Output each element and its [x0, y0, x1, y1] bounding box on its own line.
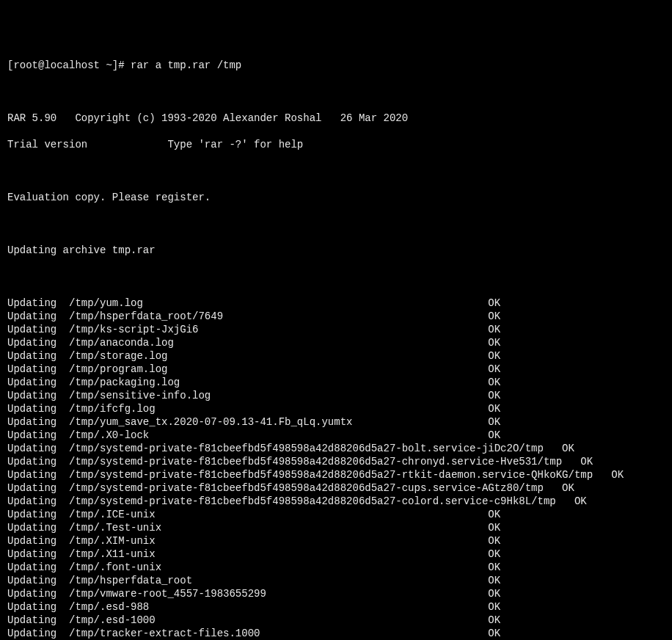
file-update-line: Updating /tmp/systemd-private-f81cbeefbd…	[7, 481, 665, 495]
prompt-line-1: [root@localhost ~]# rar a tmp.rar /tmp	[7, 59, 665, 72]
file-update-line: Updating /tmp/.font-unix OK	[7, 561, 665, 574]
file-update-line: Updating /tmp/storage.log OK	[7, 349, 665, 363]
blank-line	[7, 270, 665, 283]
file-update-line: Updating /tmp/.ICE-unix OK	[7, 508, 665, 521]
file-update-list: Updating /tmp/yum.log OK Updating /tmp/h…	[7, 297, 665, 640]
file-update-line: Updating /tmp/systemd-private-f81cbeefbd…	[7, 442, 665, 455]
file-update-line: Updating /tmp/.X11-unix OK	[7, 548, 665, 561]
blank-line	[7, 217, 665, 230]
file-update-line: Updating /tmp/yum.log OK	[7, 297, 665, 310]
file-update-line: Updating /tmp/sensitive-info.log OK	[7, 389, 665, 402]
blank-line	[7, 164, 665, 178]
file-update-line: Updating /tmp/anaconda.log OK	[7, 336, 665, 349]
file-update-line: Updating /tmp/yum_save_tx.2020-07-09.13-…	[7, 415, 665, 429]
file-update-line: Updating /tmp/.esd-1000 OK	[7, 614, 665, 627]
file-update-line: Updating /tmp/hsperfdata_root/7649 OK	[7, 310, 665, 323]
file-update-line: Updating /tmp/hsperfdata_root OK	[7, 574, 665, 587]
rar-header-version: RAR 5.90 Copyright (c) 1993-2020 Alexand…	[7, 112, 665, 125]
file-update-line: Updating /tmp/.Test-unix OK	[7, 521, 665, 534]
file-update-line: Updating /tmp/vmware-root_4557-198365529…	[7, 587, 665, 600]
file-update-line: Updating /tmp/tracker-extract-files.1000…	[7, 627, 665, 640]
file-update-line: Updating /tmp/systemd-private-f81cbeefbd…	[7, 495, 665, 508]
eval-copy-line: Evaluation copy. Please register.	[7, 191, 665, 204]
updating-archive-line: Updating archive tmp.rar	[7, 244, 665, 257]
file-update-line: Updating /tmp/.esd-988 OK	[7, 600, 665, 614]
file-update-line: Updating /tmp/ks-script-JxjGi6 OK	[7, 323, 665, 336]
file-update-line: Updating /tmp/ifcfg.log OK	[7, 402, 665, 415]
file-update-line: Updating /tmp/.X0-lock OK	[7, 429, 665, 442]
file-update-line: Updating /tmp/program.log OK	[7, 363, 665, 376]
rar-header-trial: Trial version Type 'rar -?' for help	[7, 138, 665, 151]
file-update-line: Updating /tmp/packaging.log OK	[7, 376, 665, 389]
file-update-line: Updating /tmp/systemd-private-f81cbeefbd…	[7, 455, 665, 468]
file-update-line: Updating /tmp/.XIM-unix OK	[7, 534, 665, 548]
file-update-line: Updating /tmp/systemd-private-f81cbeefbd…	[7, 468, 665, 481]
blank-line	[7, 85, 665, 98]
